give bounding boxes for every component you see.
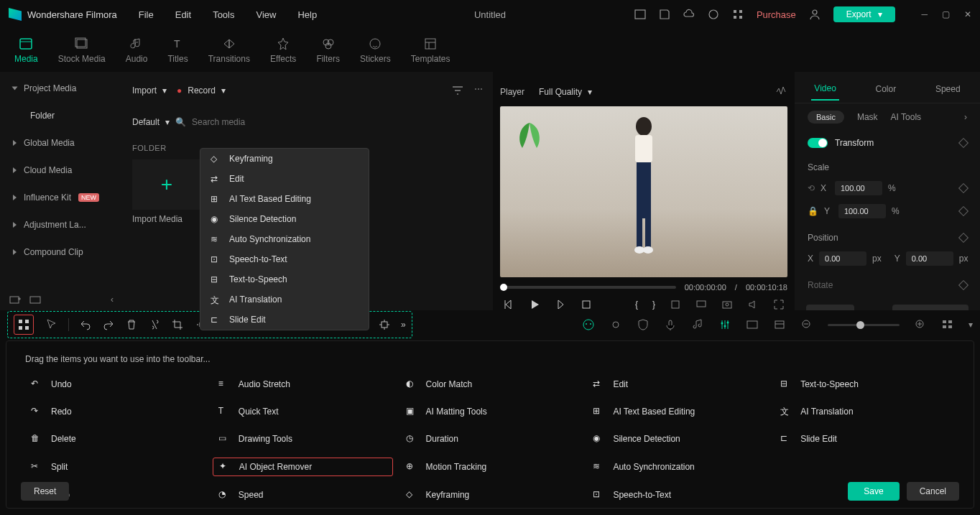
keyframe-diamond-icon[interactable] — [958, 280, 969, 290]
stop-icon[interactable] — [581, 299, 592, 310]
keyframe-diamond-icon[interactable] — [958, 233, 969, 243]
ctx-silence-detection[interactable]: ◉Silence Detection — [200, 209, 369, 229]
subtab-basic[interactable]: Basic — [808, 111, 844, 124]
delete-icon[interactable] — [125, 318, 138, 331]
chevron-right-icon[interactable]: › — [964, 112, 967, 122]
more-icon[interactable]: ⋯ — [474, 84, 483, 97]
tab-stock-media[interactable]: Stock Media — [58, 37, 106, 64]
sidebar-item-project-media[interactable]: Project Media — [0, 75, 122, 102]
tab-audio[interactable]: Audio — [126, 37, 148, 64]
volume-icon[interactable] — [747, 299, 759, 310]
next-frame-icon[interactable] — [555, 299, 566, 310]
tool-audio-stretch[interactable]: ≡Audio Stretch — [213, 376, 393, 393]
menu-edit[interactable]: Edit — [175, 9, 191, 20]
tool-redo[interactable]: ↷Redo — [25, 403, 205, 420]
marker-icon[interactable] — [773, 318, 786, 331]
ctx-ai-translation[interactable]: 文AI Translation — [200, 289, 369, 310]
mixer-icon[interactable] — [718, 318, 731, 331]
keyframe-diamond-icon[interactable] — [958, 138, 969, 148]
sidebar-item-cloud-media[interactable]: Cloud Media — [0, 157, 122, 184]
lock-icon[interactable]: ⟲ — [808, 183, 815, 193]
tab-stickers[interactable]: Stickers — [360, 37, 391, 64]
undo-icon[interactable] — [79, 318, 92, 331]
tool-auto-synchronization[interactable]: ≋Auto Synchronization — [587, 458, 767, 476]
save-icon[interactable] — [659, 9, 670, 20]
chevron-down-icon[interactable]: ▾ — [969, 320, 973, 330]
sidebar-item-adjustment-layer[interactable]: Adjustment La... — [0, 211, 122, 238]
menu-tools[interactable]: Tools — [213, 9, 234, 20]
ctx-auto-sync[interactable]: ≋Auto Synchronization — [200, 229, 369, 249]
new-folder-icon[interactable] — [9, 293, 22, 306]
tool-split[interactable]: ✂Split — [25, 458, 205, 476]
scale-x-input[interactable] — [835, 181, 882, 195]
tab-effects[interactable]: Effects — [270, 37, 296, 64]
cursor-icon[interactable] — [45, 318, 58, 331]
tool-ai-translation[interactable]: 文AI Translation — [775, 403, 955, 420]
tool-color-match[interactable]: ◐Color Match — [400, 376, 581, 393]
tool-motion-tracking[interactable]: ⊕Motion Tracking — [400, 458, 581, 476]
menu-file[interactable]: File — [139, 9, 154, 20]
render-icon[interactable] — [746, 318, 759, 331]
zoom-slider[interactable] — [828, 324, 900, 326]
ctx-text-to-speech[interactable]: ⊟Text-to-Speech — [200, 269, 369, 289]
redo-icon[interactable] — [102, 318, 115, 331]
sort-button[interactable]: Default▾ — [132, 117, 170, 127]
tab-filters[interactable]: Filters — [316, 37, 340, 64]
tab-media[interactable]: Media — [14, 37, 38, 64]
subtab-mask[interactable]: Mask — [857, 112, 878, 122]
record-button[interactable]: ●Record▾ — [177, 85, 226, 96]
apps-icon[interactable] — [732, 9, 744, 20]
zoom-thumb[interactable] — [856, 321, 864, 329]
prop-tab-video[interactable]: Video — [811, 78, 838, 101]
close-icon[interactable]: ✕ — [964, 9, 971, 19]
ctx-speech-to-text[interactable]: ⊡Speech-to-Text — [200, 249, 369, 269]
snapshot-icon[interactable] — [721, 299, 733, 310]
keyframe-diamond-icon[interactable] — [958, 183, 969, 193]
tool-drawing-tools[interactable]: ▭Drawing Tools — [213, 430, 393, 447]
customize-save-button[interactable]: Save — [848, 482, 899, 501]
customize-cancel-button[interactable]: Cancel — [907, 482, 959, 501]
display-icon[interactable] — [695, 299, 707, 310]
ctx-keyframing[interactable]: ◇Keyframing — [200, 149, 369, 169]
zoom-out-icon[interactable] — [800, 318, 813, 331]
progress-bar[interactable] — [500, 286, 676, 289]
tool-text-to-speech[interactable]: ⊟Text-to-Speech — [775, 376, 955, 393]
crop-icon[interactable] — [670, 299, 681, 310]
mic-icon[interactable] — [664, 318, 677, 331]
tab-templates[interactable]: Templates — [411, 37, 450, 64]
play-icon[interactable] — [529, 299, 540, 310]
maximize-icon[interactable]: ▢ — [942, 9, 950, 19]
preview-viewport[interactable] — [500, 106, 787, 277]
tool-silence-detection[interactable]: ◉Silence Detection — [587, 430, 767, 447]
waveform-icon[interactable] — [775, 85, 787, 98]
crop-tool-icon[interactable] — [171, 318, 184, 331]
layout-icon[interactable] — [634, 9, 646, 20]
ctx-ai-text-editing[interactable]: ⊞AI Text Based Editing — [200, 189, 369, 209]
user-icon[interactable] — [809, 9, 820, 20]
subtab-ai-tools[interactable]: AI Tools — [891, 112, 921, 122]
playhead[interactable] — [500, 284, 507, 291]
quality-select[interactable]: Full Quality▾ — [539, 87, 592, 97]
prev-frame-icon[interactable] — [503, 299, 514, 310]
tab-titles[interactable]: TTitles — [167, 37, 188, 64]
tool-duration[interactable]: ◷Duration — [400, 430, 581, 447]
pos-x-input[interactable] — [819, 251, 866, 266]
import-media-tile[interactable]: + — [132, 159, 201, 210]
customize-grid-button[interactable] — [14, 315, 34, 335]
tool-slide-edit[interactable]: ⊏Slide Edit — [775, 430, 955, 447]
mark-in-icon[interactable]: { — [635, 300, 638, 310]
view-mode-icon[interactable] — [941, 318, 954, 331]
prop-tab-color[interactable]: Color — [873, 78, 900, 100]
shield-icon[interactable] — [637, 318, 650, 331]
export-button[interactable]: Export▾ — [833, 6, 896, 22]
sidebar-item-global-media[interactable]: Global Media — [0, 129, 122, 157]
sidebar-item-influence-kit[interactable]: Influence KitNEW — [0, 184, 122, 211]
split-icon[interactable] — [148, 318, 161, 331]
expand-icon[interactable]: » — [401, 320, 406, 330]
scale-y-input[interactable] — [838, 204, 886, 218]
cloud-icon[interactable] — [683, 9, 695, 20]
prop-tab-speed[interactable]: Speed — [933, 78, 963, 100]
minimize-icon[interactable]: ─ — [921, 9, 928, 19]
tool-ai-text-based-editing[interactable]: ⊞AI Text Based Editing — [587, 403, 767, 420]
sidebar-item-folder[interactable]: Folder — [0, 102, 122, 129]
